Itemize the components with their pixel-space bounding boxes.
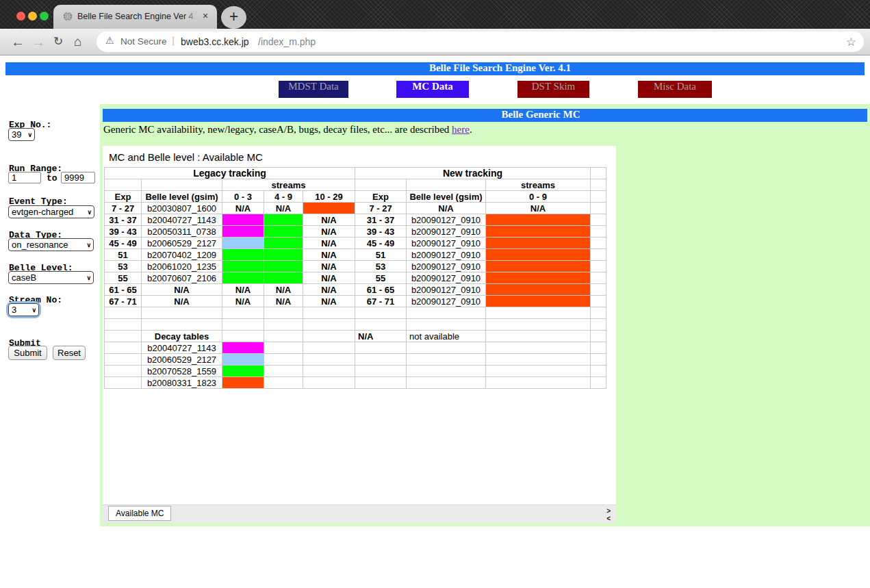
grid-cell [591,284,606,296]
tab-title-fade [185,11,197,23]
grid-cell [105,377,142,389]
run-from-input[interactable] [8,172,41,183]
grid-cell: 39 - 43 [105,226,142,238]
grid-cell: b20090127_0910 [407,261,486,272]
url-divider: | [172,34,175,46]
window-close-button[interactable] [16,12,25,21]
grid-cell [264,342,303,354]
grid-cell [142,179,222,191]
grid-cell [591,296,606,307]
availability-cell [222,261,264,272]
grid-cell [591,342,606,354]
reset-button[interactable]: Reset [53,346,86,360]
grid-cell [407,319,486,331]
exp-no-select[interactable]: 39 [8,128,35,141]
here-link[interactable]: here [452,124,470,135]
event-type-select[interactable]: evtgen-charged [8,205,94,218]
grid-cell [303,342,355,354]
belle-level-select[interactable]: caseB [8,271,94,284]
nav-button-misc-data[interactable]: Misc Data [638,81,712,98]
tab-close-icon[interactable]: × [200,10,211,21]
mc-section-heading: Belle Generic MC [103,109,867,122]
scroll-left-button[interactable]: < [606,515,611,522]
grid-cell: 4 - 9 [264,191,303,203]
availability-cell [264,272,303,284]
grid-cell [591,319,606,331]
new-tab-button[interactable]: + [221,6,246,29]
grid-cell [355,342,407,354]
grid-cell: not available [407,331,486,342]
grid-cell: N/A [486,203,591,214]
availability-cell [486,272,591,284]
not-secure-label: Not Secure [120,36,167,47]
nav-button-dst-skim[interactable]: DST Skim [517,81,589,98]
forward-button[interactable]: → [31,32,45,51]
availability-cell [486,261,591,272]
grid-cell: 67 - 71 [355,296,407,307]
nav-button-mdst-data[interactable]: MDST Data [279,81,348,98]
mc-description: Generic MC availability, new/legacy, cas… [103,124,472,136]
submit-button[interactable]: Submit [8,346,47,360]
availability-panel: MC and Belle level : Available MC Legacy… [103,146,616,522]
availability-cell [264,261,303,272]
address-bar[interactable]: ⚠ Not Secure | bweb3.cc.kek.jp /index_m.… [97,31,864,52]
availability-cell [222,249,264,261]
reload-button[interactable]: ↻ [53,32,63,51]
grid-cell: 53 [105,261,142,272]
data-type-select[interactable]: on_resonance [8,238,94,251]
grid-cell [591,179,606,191]
window-minimize-button[interactable] [28,12,37,21]
scroll-right-button[interactable]: > [606,507,611,515]
bookmark-star-icon[interactable]: ☆ [846,35,856,49]
stream-no-select-wrap: 3 ∨ [8,303,39,316]
browser-tab[interactable]: Belle File Search Engine Ver 4.1 × [53,5,217,29]
globe-favicon-icon [63,12,73,21]
grid-cell [222,307,264,319]
grid-cell [355,377,407,389]
grid-cell [355,307,407,319]
grid-cell: N/A [142,296,222,307]
grid-cell: streams [486,179,591,191]
nav-button-mc-data[interactable]: MC Data [396,81,469,98]
grid-cell [407,377,486,389]
grid-cell [222,319,264,331]
grid-cell: b20070528_1559 [142,366,222,377]
browser-tab-strip: Belle File Search Engine Ver 4.1 × + [0,0,870,29]
grid-cell [303,307,355,319]
grid-cell [264,354,303,366]
grid-cell: b20090127_0910 [407,272,486,284]
grid-cell: N/A [264,203,303,214]
grid-cell: N/A [303,249,355,261]
grid-cell [264,319,303,331]
grid-cell [407,366,486,377]
availability-cell [264,249,303,261]
mc-description-text: Generic MC availability, new/legacy, cas… [103,124,452,135]
grid-cell [407,179,486,191]
grid-cell: 45 - 49 [355,238,407,249]
mc-section-heading-bar: Belle Generic MC [103,109,867,122]
grid-cell: N/A [222,284,264,296]
grid-cell [105,331,142,342]
grid-cell: b20080331_1823 [142,377,222,389]
grid-cell [142,307,222,319]
home-button[interactable]: ⌂ [74,32,81,51]
grid-cell: Legacy tracking [105,168,355,179]
window-zoom-button[interactable] [40,12,49,21]
grid-cell: N/A [303,284,355,296]
stream-no-select[interactable]: 3 [8,303,39,316]
back-button[interactable]: ← [11,32,25,51]
grid-cell: N/A [303,226,355,238]
grid-cell: streams [222,179,355,191]
warning-icon: ⚠ [105,35,114,46]
grid-cell [591,307,606,319]
grid-cell: 53 [355,261,407,272]
grid-cell [591,226,606,238]
grid-cell [486,354,591,366]
mc-description-period: . [470,124,472,135]
grid-cell: b20090127_0910 [407,249,486,261]
sheet-tab-available-mc[interactable]: Available MC [108,506,171,521]
grid-cell [407,354,486,366]
grid-cell [486,307,591,319]
run-to-input[interactable] [61,172,95,183]
grid-cell: N/A [407,203,486,214]
